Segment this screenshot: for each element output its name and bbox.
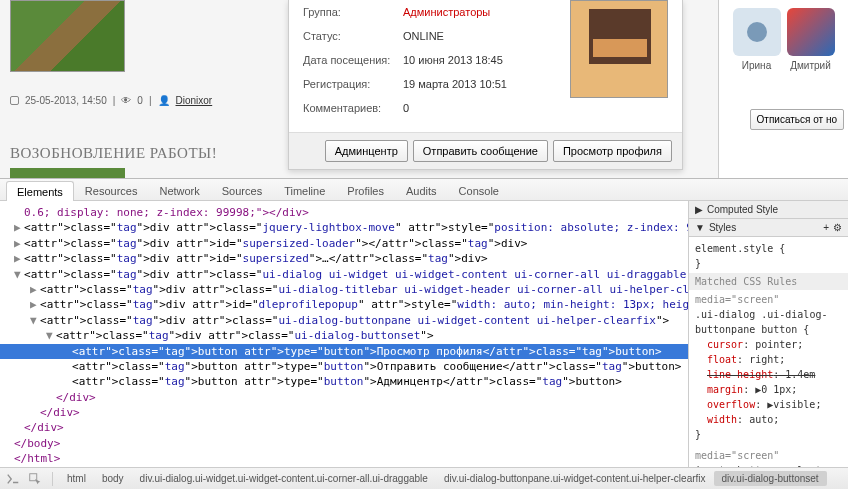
rule-selector[interactable]: .ui-dialog .ui-dialog-buttonpane button … — [695, 307, 842, 337]
expand-arrow-icon[interactable]: ▼ — [14, 267, 24, 282]
calendar-icon — [10, 96, 19, 105]
matched-rules-header: Matched CSS Rules — [689, 273, 848, 290]
devtools-tab-audits[interactable]: Audits — [395, 180, 448, 200]
rule-selector[interactable]: input, button, select, textarea { — [695, 463, 842, 467]
dom-node[interactable]: ▼<attr">class="tag">div attr">class="ui-… — [0, 313, 688, 328]
console-icon[interactable] — [6, 472, 20, 486]
info-value: 19 марта 2013 10:51 — [403, 78, 507, 90]
css-property[interactable]: margin: ▶0 1px; — [695, 382, 842, 397]
post-date: 25-05-2013, 14:50 — [25, 95, 107, 106]
styles-panel[interactable]: ▶Computed Style ▼Styles+⚙ element.style … — [688, 201, 848, 467]
view-profile-button[interactable]: Просмотр профиля — [553, 140, 672, 162]
info-value: 0 — [403, 102, 409, 114]
rule-brace: } — [695, 427, 842, 442]
dom-node[interactable]: <attr">class="tag">button attr">type="bu… — [0, 374, 688, 389]
rule-brace: } — [695, 256, 842, 271]
inspect-icon[interactable] — [28, 472, 42, 486]
devtools-tab-resources[interactable]: Resources — [74, 180, 149, 200]
breadcrumb-item[interactable]: html — [59, 471, 94, 486]
info-label: Комментариев: — [303, 102, 403, 114]
breadcrumb-bar: htmlbodydiv.ui-dialog.ui-widget.ui-widge… — [0, 467, 848, 489]
styles-header[interactable]: ▼Styles+⚙ — [689, 219, 848, 237]
admin-button[interactable]: Админцентр — [325, 140, 408, 162]
dom-node[interactable]: 0.6; display: none; z-index: 99998;"></d… — [0, 205, 688, 220]
media-query: media="screen" — [695, 448, 842, 463]
expand-arrow-icon[interactable]: ▶ — [30, 282, 40, 297]
computed-style-header[interactable]: ▶Computed Style — [689, 201, 848, 219]
user-avatar — [733, 8, 781, 56]
devtools-tabs: ElementsResourcesNetworkSourcesTimelineP… — [0, 179, 848, 201]
expand-arrow-icon[interactable]: ▼ — [30, 313, 40, 328]
devtools-tab-profiles[interactable]: Profiles — [336, 180, 395, 200]
views-icon: 👁 — [121, 95, 131, 106]
user-avatar — [787, 8, 835, 56]
sidebar-user[interactable]: Дмитрий — [787, 8, 835, 71]
dom-node[interactable]: ▶<attr">class="tag">div attr">class="ui-… — [0, 282, 688, 297]
devtools-tab-sources[interactable]: Sources — [211, 180, 273, 200]
dom-node[interactable]: </body> — [0, 436, 688, 451]
breadcrumb-item[interactable]: div.ui-dialog-buttonset — [714, 471, 827, 486]
css-property[interactable]: line-height: 1.4em — [695, 367, 842, 382]
devtools-tab-network[interactable]: Network — [148, 180, 210, 200]
dom-node[interactable]: <attr">class="tag">button attr">type="bu… — [0, 359, 688, 374]
devtools: ElementsResourcesNetworkSourcesTimelineP… — [0, 178, 848, 489]
expand-arrow-icon[interactable]: ▶ — [14, 251, 24, 266]
info-value: Администраторы — [403, 6, 490, 18]
expand-arrow-icon[interactable]: ▶ — [30, 297, 40, 312]
dom-node[interactable]: <attr">class="tag">button attr">type="bu… — [0, 344, 688, 359]
dialog-buttonpane: Админцентр Отправить сообщение Просмотр … — [289, 132, 682, 169]
dom-node[interactable]: ▶<attr">class="tag">div attr">class="jqu… — [0, 220, 688, 235]
devtools-tab-timeline[interactable]: Timeline — [273, 180, 336, 200]
dom-node[interactable]: ▼<attr">class="tag">div attr">class="ui-… — [0, 267, 688, 282]
user-icon: 👤 — [158, 95, 170, 106]
dom-node[interactable]: ▶<attr">class="tag">div attr">id="dlepro… — [0, 297, 688, 312]
media-query: media="screen" — [695, 292, 842, 307]
info-value: 10 июня 2013 18:45 — [403, 54, 503, 66]
info-value: ONLINE — [403, 30, 444, 42]
breadcrumb-item[interactable]: div.ui-dialog.ui-widget.ui-widget-conten… — [132, 471, 436, 486]
website-area: 25-05-2013, 14:50 | 👁 0 | 👤 Dionixor ВОЗ… — [0, 0, 848, 178]
dom-node[interactable]: </div> — [0, 390, 688, 405]
profile-avatar — [570, 0, 668, 98]
gear-icon[interactable]: ⚙ — [833, 222, 842, 233]
user-name: Ирина — [742, 60, 771, 71]
css-property[interactable]: float: right; — [695, 352, 842, 367]
info-label: Статус: — [303, 30, 403, 42]
elements-panel[interactable]: 0.6; display: none; z-index: 99998;"></d… — [0, 201, 688, 467]
rule-selector[interactable]: element.style { — [695, 241, 842, 256]
expand-arrow-icon[interactable]: ▶ — [14, 236, 24, 251]
info-label: Дата посещения: — [303, 54, 403, 66]
devtools-tab-console[interactable]: Console — [448, 180, 510, 200]
dom-node[interactable]: ▶<attr">class="tag">div attr">id="supers… — [0, 251, 688, 266]
sidebar-user[interactable]: Ирина — [733, 8, 781, 71]
dom-node[interactable]: ▼<attr">class="tag">div attr">class="ui-… — [0, 328, 688, 343]
info-label: Регистрация: — [303, 78, 403, 90]
expand-arrow-icon[interactable]: ▶ — [14, 220, 24, 235]
post-meta: 25-05-2013, 14:50 | 👁 0 | 👤 Dionixor — [10, 95, 212, 106]
dom-node[interactable]: ▶<attr">class="tag">div attr">id="supers… — [0, 236, 688, 251]
dom-node[interactable]: </div> — [0, 420, 688, 435]
dom-node[interactable]: </html> — [0, 451, 688, 466]
expand-icon[interactable]: ▶ — [695, 204, 703, 215]
user-name: Дмитрий — [790, 60, 831, 71]
breadcrumb-item[interactable]: body — [94, 471, 132, 486]
css-property[interactable]: overflow: ▶visible; — [695, 397, 842, 412]
profile-info-row: Комментариев:0 — [303, 96, 668, 120]
css-property[interactable]: cursor: pointer; — [695, 337, 842, 352]
profile-dialog: Группа:АдминистраторыСтатус:ONLINEДата п… — [288, 0, 683, 170]
post-author[interactable]: Dionixor — [176, 95, 213, 106]
css-property[interactable]: width: auto; — [695, 412, 842, 427]
unsubscribe-button[interactable]: Отписаться от но — [750, 109, 844, 130]
breadcrumb-item[interactable]: div.ui-dialog-buttonpane.ui-widget-conte… — [436, 471, 714, 486]
dom-node[interactable]: </div> — [0, 405, 688, 420]
devtools-tab-elements[interactable]: Elements — [6, 181, 74, 201]
expand-arrow-icon[interactable]: ▼ — [46, 328, 56, 343]
info-label: Группа: — [303, 6, 403, 18]
sidebar-widget: Ирина Дмитрий Отписаться от но — [718, 0, 848, 178]
post-thumbnail[interactable] — [10, 0, 125, 72]
expand-icon[interactable]: ▼ — [695, 222, 705, 233]
post-title[interactable]: ВОЗОБНОВЛЕНИЕ РАБОТЫ! — [10, 145, 217, 162]
send-message-button[interactable]: Отправить сообщение — [413, 140, 548, 162]
post-thumbnail-2[interactable] — [10, 168, 125, 178]
add-rule-icon[interactable]: + — [823, 222, 829, 233]
